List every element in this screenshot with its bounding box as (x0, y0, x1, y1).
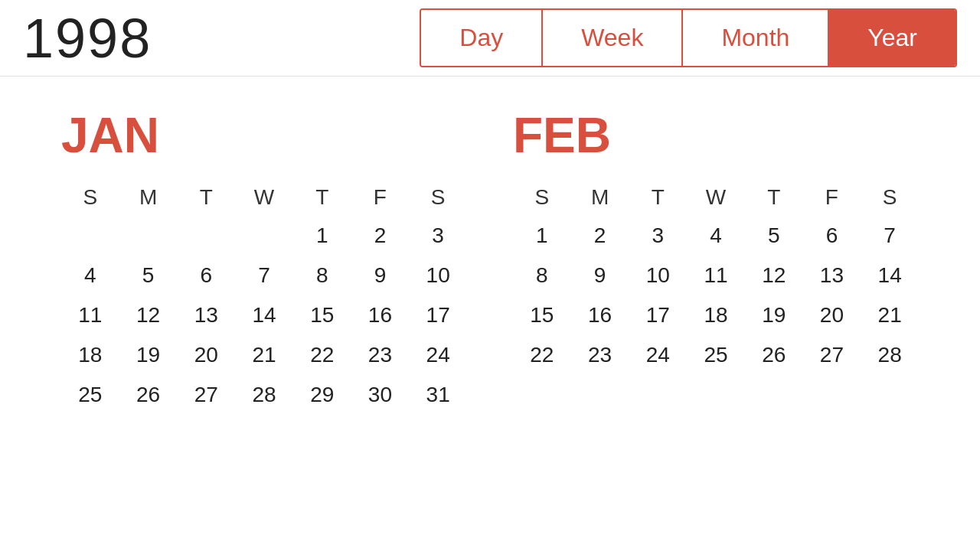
jan-day-15[interactable]: 15 (293, 295, 351, 335)
jan-day-17[interactable]: 17 (409, 295, 467, 335)
feb-day-4[interactable]: 4 (687, 216, 745, 256)
feb-day-1[interactable]: 1 (513, 216, 571, 256)
feb-day-header-f1: F (803, 179, 861, 216)
jan-day-22[interactable]: 22 (293, 335, 351, 375)
feb-day-header-s1: S (513, 179, 571, 216)
calendar-grid-jan: S M T W T F S 1 2 3 4 5 6 7 8 9 10 11 12… (61, 179, 467, 415)
calendar-container: JAN S M T W T F S 1 2 3 4 5 6 7 8 9 10 1… (0, 77, 980, 445)
jan-day-8[interactable]: 8 (293, 256, 351, 295)
feb-day-8[interactable]: 8 (513, 256, 571, 295)
feb-day-20[interactable]: 20 (803, 295, 861, 335)
jan-day-24[interactable]: 24 (409, 335, 467, 375)
jan-day-31[interactable]: 31 (409, 375, 467, 415)
month-february: FEB S M T W T F S 1 2 3 4 5 6 7 8 9 10 1… (513, 107, 919, 415)
jan-day-12[interactable]: 12 (119, 295, 178, 335)
jan-empty-1 (61, 216, 119, 256)
feb-day-5[interactable]: 5 (745, 216, 803, 256)
jan-day-10[interactable]: 10 (409, 256, 467, 295)
feb-day-header-t1: T (629, 179, 687, 216)
feb-day-14[interactable]: 14 (861, 256, 919, 295)
feb-day-24[interactable]: 24 (629, 335, 687, 375)
feb-day-6[interactable]: 6 (803, 216, 861, 256)
jan-day-26[interactable]: 26 (119, 375, 178, 415)
jan-day-21[interactable]: 21 (235, 335, 293, 375)
jan-day-7[interactable]: 7 (235, 256, 293, 295)
feb-day-15[interactable]: 15 (513, 295, 571, 335)
day-header-t2: T (293, 179, 351, 216)
jan-day-27[interactable]: 27 (177, 375, 235, 415)
feb-day-header-w1: W (687, 179, 745, 216)
jan-day-2[interactable]: 2 (351, 216, 410, 256)
feb-day-header-m1: M (571, 179, 629, 216)
jan-day-19[interactable]: 19 (119, 335, 178, 375)
feb-day-2[interactable]: 2 (571, 216, 629, 256)
jan-day-25[interactable]: 25 (61, 375, 119, 415)
feb-day-11[interactable]: 11 (687, 256, 745, 295)
jan-day-1[interactable]: 1 (293, 216, 351, 256)
jan-empty-2 (119, 216, 178, 256)
feb-day-header-t2: T (745, 179, 803, 216)
jan-day-11[interactable]: 11 (61, 295, 119, 335)
jan-day-6[interactable]: 6 (177, 256, 235, 295)
jan-day-14[interactable]: 14 (235, 295, 293, 335)
feb-day-23[interactable]: 23 (571, 335, 629, 375)
feb-day-header-s2: S (861, 179, 919, 216)
jan-day-13[interactable]: 13 (177, 295, 235, 335)
month-name-feb: FEB (513, 107, 919, 164)
feb-day-3[interactable]: 3 (629, 216, 687, 256)
day-header-m1: M (119, 179, 178, 216)
feb-day-9[interactable]: 9 (571, 256, 629, 295)
day-header-t1: T (177, 179, 235, 216)
feb-day-13[interactable]: 13 (803, 256, 861, 295)
tab-year[interactable]: Year (829, 10, 956, 66)
jan-day-3[interactable]: 3 (409, 216, 467, 256)
jan-day-9[interactable]: 9 (351, 256, 410, 295)
feb-day-18[interactable]: 18 (687, 295, 745, 335)
jan-day-28[interactable]: 28 (235, 375, 293, 415)
header: 1998 Day Week Month Year (0, 0, 980, 77)
jan-day-5[interactable]: 5 (119, 256, 178, 295)
month-name-jan: JAN (61, 107, 467, 164)
feb-day-10[interactable]: 10 (629, 256, 687, 295)
feb-day-17[interactable]: 17 (629, 295, 687, 335)
feb-day-22[interactable]: 22 (513, 335, 571, 375)
feb-day-27[interactable]: 27 (803, 335, 861, 375)
feb-day-7[interactable]: 7 (861, 216, 919, 256)
day-header-s1: S (61, 179, 119, 216)
day-header-s2: S (409, 179, 467, 216)
day-header-f1: F (351, 179, 410, 216)
jan-day-16[interactable]: 16 (351, 295, 410, 335)
feb-day-25[interactable]: 25 (687, 335, 745, 375)
feb-day-21[interactable]: 21 (861, 295, 919, 335)
feb-day-19[interactable]: 19 (745, 295, 803, 335)
jan-day-18[interactable]: 18 (61, 335, 119, 375)
feb-day-16[interactable]: 16 (571, 295, 629, 335)
feb-day-12[interactable]: 12 (745, 256, 803, 295)
jan-empty-4 (235, 216, 293, 256)
calendar-grid-feb: S M T W T F S 1 2 3 4 5 6 7 8 9 10 11 12… (513, 179, 919, 375)
year-title: 1998 (23, 7, 152, 70)
tab-day[interactable]: Day (421, 10, 543, 66)
jan-day-29[interactable]: 29 (293, 375, 351, 415)
jan-day-23[interactable]: 23 (351, 335, 410, 375)
day-header-w1: W (235, 179, 293, 216)
jan-empty-3 (177, 216, 235, 256)
tab-week[interactable]: Week (543, 10, 683, 66)
jan-day-20[interactable]: 20 (177, 335, 235, 375)
jan-day-30[interactable]: 30 (351, 375, 410, 415)
view-tabs: Day Week Month Year (420, 8, 957, 67)
jan-day-4[interactable]: 4 (61, 256, 119, 295)
tab-month[interactable]: Month (683, 10, 829, 66)
feb-day-26[interactable]: 26 (745, 335, 803, 375)
month-january: JAN S M T W T F S 1 2 3 4 5 6 7 8 9 10 1… (61, 107, 467, 415)
feb-day-28[interactable]: 28 (861, 335, 919, 375)
